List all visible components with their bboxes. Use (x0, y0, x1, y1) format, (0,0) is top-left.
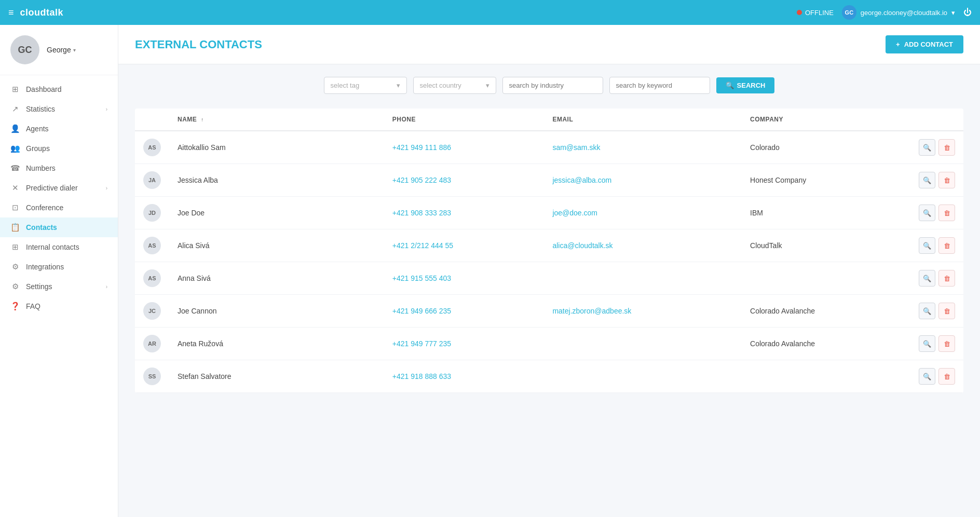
contact-avatar: AS (143, 139, 161, 156)
table-row: SS Stefan Salvatore +421 918 888 633 🔍 🗑 (135, 360, 963, 393)
sidebar-item-numbers[interactable]: ☎ Numbers (0, 158, 118, 178)
contact-phone-cell: +421 2/212 444 55 (384, 229, 545, 262)
keyword-input[interactable] (609, 77, 710, 94)
avatar: GC (10, 35, 39, 64)
view-contact-button[interactable]: 🔍 (919, 335, 935, 352)
delete-contact-button[interactable]: 🗑 (938, 237, 955, 254)
contact-phone[interactable]: +421 949 666 235 (392, 307, 451, 315)
dashboard-icon: ⊞ (10, 85, 20, 94)
contact-name-cell: Aittokallio Sam (169, 131, 384, 164)
integrations-icon: ⚙ (10, 262, 20, 271)
view-contact-button[interactable]: 🔍 (919, 237, 935, 254)
contact-avatar-cell: AR (135, 328, 169, 360)
power-button[interactable]: ⏻ (963, 8, 972, 17)
contact-email-cell: jessica@alba.com (544, 164, 742, 197)
contact-avatar: JA (143, 171, 161, 189)
view-contact-button[interactable]: 🔍 (919, 139, 935, 156)
contact-name-cell: Jessica Alba (169, 164, 384, 197)
delete-contact-button[interactable]: 🗑 (938, 139, 955, 156)
search-label: SEARCH (737, 81, 766, 89)
contact-company-cell: CloudTalk (742, 229, 910, 262)
sidebar-item-statistics[interactable]: ↗ Statistics › (0, 99, 118, 119)
contact-email-cell (544, 360, 742, 393)
contact-actions-cell: 🔍 🗑 (910, 295, 963, 328)
contact-company-cell: Honest Company (742, 164, 910, 197)
table-row: JC Joe Cannon +421 949 666 235 matej.zbo… (135, 295, 963, 328)
tag-select[interactable]: select tag ▾ (324, 77, 407, 94)
country-select[interactable]: select country ▾ (413, 77, 496, 94)
contact-phone[interactable]: +421 908 333 283 (392, 209, 451, 217)
contact-name-cell: Alica Sivá (169, 229, 384, 262)
sidebar-item-settings[interactable]: ⚙ Settings › (0, 277, 118, 296)
profile-name[interactable]: George ▾ (47, 46, 76, 54)
contact-company-cell (742, 360, 910, 393)
sidebar-item-label: Contacts (26, 223, 57, 232)
sidebar-item-label: Numbers (26, 164, 56, 172)
contact-email[interactable]: matej.zboron@adbee.sk (552, 307, 631, 315)
contact-phone-cell: +421 949 666 235 (384, 295, 545, 328)
contact-phone-cell: +421 915 555 403 (384, 262, 545, 295)
table-row: JA Jessica Alba +421 905 222 483 jessica… (135, 164, 963, 197)
delete-contact-button[interactable]: 🗑 (938, 368, 955, 385)
delete-contact-button[interactable]: 🗑 (938, 172, 955, 188)
add-contact-button[interactable]: + ADD CONTACT (886, 35, 963, 53)
sidebar-item-label: Dashboard (26, 85, 62, 93)
contacts-icon: 📋 (10, 223, 20, 232)
contact-avatar-cell: AS (135, 262, 169, 295)
contact-email[interactable]: joe@doe.com (552, 209, 597, 217)
sidebar-item-internal_contacts[interactable]: ⊞ Internal contacts (0, 237, 118, 257)
delete-contact-button[interactable]: 🗑 (938, 270, 955, 287)
sidebar-item-dashboard[interactable]: ⊞ Dashboard (0, 79, 118, 99)
hamburger-icon[interactable]: ≡ (8, 7, 14, 18)
contact-phone[interactable]: +421 905 222 483 (392, 176, 451, 184)
contact-avatar-cell: SS (135, 360, 169, 393)
contact-email[interactable]: sam@sam.skk (552, 143, 600, 152)
table-row: AS Alica Sivá +421 2/212 444 55 alica@cl… (135, 229, 963, 262)
status-dot (797, 10, 802, 15)
search-button[interactable]: 🔍 SEARCH (716, 77, 775, 93)
delete-contact-button[interactable]: 🗑 (938, 335, 955, 352)
sidebar-item-integrations[interactable]: ⚙ Integrations (0, 257, 118, 277)
chevron-icon: › (106, 185, 107, 191)
contact-phone[interactable]: +421 918 888 633 (392, 372, 451, 380)
sidebar-item-label: Integrations (26, 263, 64, 271)
col-name-header[interactable]: NAME ↑ (169, 108, 384, 131)
contact-name-cell: Joe Cannon (169, 295, 384, 328)
view-contact-button[interactable]: 🔍 (919, 303, 935, 319)
contact-company-cell: IBM (742, 197, 910, 229)
view-contact-button[interactable]: 🔍 (919, 172, 935, 188)
view-contact-button[interactable]: 🔍 (919, 270, 935, 287)
internal_contacts-icon: ⊞ (10, 242, 20, 252)
contact-email[interactable]: alica@cloudtalk.sk (552, 241, 612, 250)
contact-avatar: AR (143, 335, 161, 352)
contact-phone[interactable]: +421 2/212 444 55 (392, 241, 453, 250)
sidebar-item-agents[interactable]: 👤 Agents (0, 119, 118, 139)
contact-phone-cell: +421 949 777 235 (384, 328, 545, 360)
user-email: george.clooney@cloudtalk.io (861, 9, 947, 17)
sidebar-item-predictive_dialer[interactable]: ✕ Predictive dialer › (0, 178, 118, 198)
table-header-row: NAME ↑ PHONE EMAIL COMPANY (135, 108, 963, 131)
sidebar-item-groups[interactable]: 👥 Groups (0, 139, 118, 158)
sidebar-item-faq[interactable]: ❓ FAQ (0, 296, 118, 316)
predictive_dialer-icon: ✕ (10, 183, 20, 193)
contact-phone[interactable]: +421 915 555 403 (392, 274, 451, 282)
sidebar-item-contacts[interactable]: 📋 Contacts (0, 217, 118, 237)
delete-contact-button[interactable]: 🗑 (938, 205, 955, 221)
contact-avatar: SS (143, 368, 161, 385)
view-contact-button[interactable]: 🔍 (919, 205, 935, 221)
brand-logo: cloudtalk (20, 7, 64, 18)
view-contact-button[interactable]: 🔍 (919, 368, 935, 385)
content-area: select tag ▾ select country ▾ 🔍 SEARCH (118, 64, 980, 405)
col-avatar (135, 108, 169, 131)
industry-input[interactable] (502, 77, 603, 94)
statistics-icon: ↗ (10, 104, 20, 114)
chevron-icon: › (106, 284, 107, 290)
contacts-table: NAME ↑ PHONE EMAIL COMPANY AS Aittokalli… (135, 108, 963, 393)
contact-company-cell: Colorado Avalanche (742, 295, 910, 328)
sidebar-item-conference[interactable]: ⊡ Conference (0, 198, 118, 217)
delete-contact-button[interactable]: 🗑 (938, 303, 955, 319)
user-badge[interactable]: GC george.clooney@cloudtalk.io ▾ (842, 5, 955, 20)
contact-email[interactable]: jessica@alba.com (552, 176, 611, 184)
contact-phone[interactable]: +421 949 777 235 (392, 339, 451, 348)
contact-phone[interactable]: +421 949 111 886 (392, 143, 451, 152)
